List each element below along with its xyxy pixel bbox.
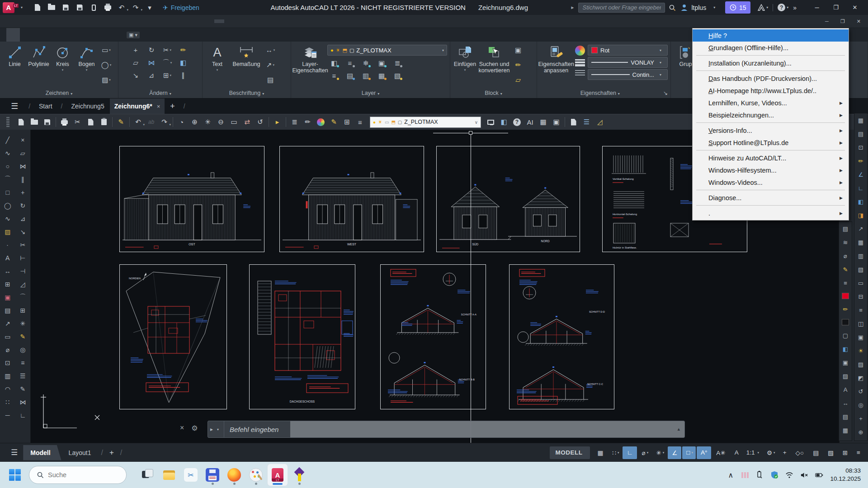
polyline-tool-icon[interactable]: ∿ (0, 146, 15, 160)
trial-days-badge[interactable]: 15 (725, 1, 750, 14)
menu-item[interactable] (165, 19, 175, 23)
fillet-icon[interactable]: ⌒▾ (160, 56, 174, 69)
layer-lock-icon[interactable]: ▣ (375, 57, 388, 69)
layer-on-icon[interactable]: ≡ (327, 70, 341, 82)
taskbar-clock[interactable]: 08:33 10.12.2025 (830, 467, 861, 483)
properties-tool-icon[interactable]: ☰ (15, 369, 31, 382)
command-input[interactable]: Befehl eingeben (224, 426, 278, 433)
circle-tool-icon[interactable]: ○ (0, 160, 15, 173)
layer-isolate-icon[interactable]: ≡ (343, 57, 357, 69)
ray-tool-icon[interactable]: ─ (0, 408, 15, 422)
layer-thaw-icon[interactable]: ▤ (343, 70, 357, 82)
render-icon[interactable]: ◩ (854, 371, 867, 385)
polyline-button[interactable]: Polylinie▾ (27, 44, 51, 89)
blue-box-icon[interactable]: ◧ (839, 342, 852, 356)
taskbar-search[interactable] (29, 466, 127, 484)
undo-icon[interactable]: ↶ (116, 2, 127, 13)
ucs-tool-icon[interactable]: ∟ (15, 408, 31, 422)
point-tool-icon[interactable]: ∙ (0, 238, 15, 251)
zoom-window-icon[interactable]: ▭ (228, 116, 240, 128)
scale-icon[interactable]: ⊿▾ (145, 69, 158, 81)
mirror-icon[interactable]: ⋈▾ (145, 56, 158, 69)
divide-tool-icon[interactable]: ∷ (0, 395, 15, 408)
offset-icon[interactable]: ∥▾ (176, 69, 190, 81)
line-tool-icon[interactable]: ╱ (0, 133, 15, 146)
polar-tracking-icon[interactable]: ⌀▾ (638, 446, 651, 459)
menu-item[interactable] (65, 19, 75, 23)
remote-app-icon[interactable] (741, 472, 749, 478)
measure-icon[interactable]: ⌀ (839, 249, 852, 263)
menu-item[interactable] (55, 19, 65, 23)
paint-icon[interactable] (246, 464, 266, 486)
object-snap-tracking-icon[interactable]: ∠ (668, 446, 681, 459)
plan-view-icon[interactable]: ▭ (854, 276, 867, 290)
start-button[interactable] (9, 469, 21, 481)
color-combo[interactable]: Rot▾ (588, 45, 668, 56)
help-button[interactable]: ?▾ (778, 4, 788, 11)
menu-item[interactable] (95, 19, 105, 23)
menu-item[interactable] (105, 19, 115, 23)
file-tab-zeichnung6[interactable]: Zeichnung6* × (110, 99, 165, 114)
ribbon-tab[interactable] (108, 28, 121, 42)
ribbon-tab[interactable] (64, 28, 78, 42)
minimize-button[interactable]: ─ (807, 1, 826, 14)
save-as-icon[interactable] (74, 2, 85, 13)
stretch-tool-icon[interactable]: ↘ (15, 225, 31, 238)
customize-command-icon[interactable]: ⚙ (191, 424, 198, 432)
array-tool-icon[interactable]: ⊞ (15, 304, 31, 317)
linetype-icon[interactable] (575, 70, 585, 75)
markup-icon[interactable]: ✎ (839, 263, 852, 276)
command-history-strip[interactable]: ▴ (290, 421, 684, 437)
close-button[interactable]: ✕ (845, 1, 864, 14)
toolbar-grip[interactable] (2, 116, 14, 128)
help-menu-item[interactable]: Windows-Hilfesystem... (693, 164, 849, 176)
wipeout-tool-icon[interactable]: ▥ (0, 369, 15, 382)
ribbon-tab[interactable] (21, 28, 34, 42)
rectangle-icon[interactable]: ▭▾ (99, 44, 113, 56)
grid-icon[interactable]: ▦ (537, 116, 549, 128)
trim-icon[interactable]: ✂▾ (160, 44, 174, 56)
list-info-icon[interactable]: ☰ (580, 116, 593, 128)
orbit-icon[interactable]: ◎ (854, 398, 867, 412)
lineweight-combo[interactable]: VONLAY▾ (588, 57, 668, 68)
ltplus-icon[interactable] (289, 464, 309, 486)
copy-icon[interactable]: ▱▾ (129, 56, 142, 69)
array-icon[interactable]: ⊞▾ (160, 69, 174, 81)
open-from-mobile-icon[interactable] (88, 2, 99, 13)
join-tool-icon[interactable]: ⋈ (15, 395, 31, 408)
workspace-switching-icon[interactable]: ◇○ (792, 446, 808, 459)
menu-item[interactable] (145, 19, 155, 23)
dimension-button[interactable]: Bemaßung (230, 44, 263, 89)
user-menu-chevron-icon[interactable]: ▾ (713, 5, 715, 9)
file-tabs-menu-icon[interactable]: ☰ (5, 101, 24, 111)
arc-button[interactable]: Bogen▾ (75, 44, 99, 89)
search-icon[interactable] (669, 4, 676, 11)
menu-item[interactable] (75, 19, 85, 23)
box-iso-icon[interactable]: ◨ (854, 208, 867, 222)
close-command-icon[interactable]: × (180, 424, 184, 432)
pan-3d-icon[interactable]: + (854, 412, 867, 425)
ai-icon[interactable]: AI (524, 116, 536, 128)
xref-tool-icon[interactable]: ⊡ (0, 356, 15, 369)
dim2-icon[interactable]: ↔ (839, 396, 852, 410)
move-icon[interactable]: +▾ (129, 44, 142, 56)
ribbon-tab[interactable] (93, 28, 107, 42)
help-menu-item[interactable]: Das Handbuch (PDF-Druckversion)... (693, 72, 849, 84)
plot2-icon[interactable]: ▤ (839, 410, 852, 423)
mirror-tool-icon[interactable]: ⋈ (15, 160, 31, 173)
menu-item[interactable] (15, 19, 25, 23)
ucs-edit-icon[interactable]: ✏ (854, 154, 867, 168)
volume-muted-icon[interactable] (800, 472, 808, 479)
toolbar-divider[interactable] (56, 117, 56, 127)
ellipse-icon[interactable]: ◯▾ (99, 59, 113, 71)
draworder-tool-icon[interactable]: ≡ (15, 356, 31, 369)
model-tab[interactable]: Modell (23, 445, 61, 460)
layer-match-icon[interactable]: ▦ (375, 70, 388, 82)
regen-icon[interactable]: ab (145, 116, 157, 128)
new-layout-button[interactable]: + (106, 448, 118, 457)
zoom-extents-icon[interactable]: ✳ (202, 116, 214, 128)
pencil-icon[interactable]: ✎ (328, 116, 340, 128)
layer-select-combo[interactable]: ● ☀ ⬒ ▢ Z_PLOTMAX ▾ (327, 45, 447, 56)
image-tool-icon[interactable]: ▣ (0, 291, 15, 304)
menu-item[interactable] (45, 19, 55, 23)
